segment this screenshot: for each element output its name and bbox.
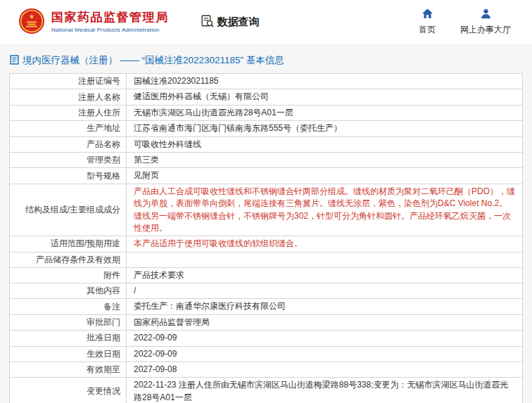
- row-value: 江苏省南通市海门区海门镇南海东路555号（委托生产）: [127, 121, 523, 136]
- row-label: 审批部门: [10, 314, 127, 330]
- row-label: 型号规格: [10, 168, 127, 184]
- table-row: 其他内容 /: [10, 283, 523, 299]
- row-label-text: 生产地址: [87, 123, 120, 133]
- row-label-text: 附件: [103, 270, 120, 280]
- registration-info-table: 注册证编号 国械注准20223021185 注册人名称 健适医用外科器械（无锡）…: [9, 73, 523, 403]
- data-query-label: 数据查询: [217, 15, 260, 29]
- row-value: 国械注准20223021185: [127, 74, 523, 89]
- table-row: 注册人住所 无锡市滨湖区马山街道霞光路28号A01一层: [10, 105, 523, 120]
- row-label-text: 备注: [103, 302, 120, 312]
- header-nav: 首页 网上办事大厅: [415, 8, 511, 36]
- row-value: 国家药品监督管理局: [127, 314, 523, 330]
- table-row: 管理类别 第三类: [10, 152, 523, 167]
- table-row: 产品名称 可吸收性外科缝线: [10, 136, 523, 152]
- org-title-cn: 国家药品监督管理局: [51, 11, 169, 25]
- row-label: 有效期至: [10, 362, 127, 378]
- table-row: 注册证编号 国械注准20223021185: [10, 74, 523, 89]
- row-label-text: 注册证编号: [78, 76, 120, 86]
- table-row: 备注 委托生产：南通华尔康医疗科技有限公司: [10, 299, 523, 314]
- row-value: /: [127, 283, 523, 299]
- row-label: 注册人名称: [10, 89, 127, 105]
- nav-item-service-hall[interactable]: 网上办事大厅: [460, 8, 511, 36]
- row-value: 2022-09-09: [127, 331, 523, 346]
- row-label: 结构及组成/主要组成成分: [10, 184, 127, 236]
- row-label-text: 型号规格: [87, 171, 120, 181]
- row-value: 委托生产：南通华尔康医疗科技有限公司: [127, 299, 523, 314]
- row-value: 产品技术要求: [127, 267, 523, 283]
- table-row: 结构及组成/主要组成成分 产品由人工合成可吸收性缝线和不锈钢缝合针两部分组成。缝…: [10, 184, 523, 236]
- table-row: 有效期至 2027-09-08: [10, 362, 523, 378]
- row-label: 附件: [10, 267, 127, 283]
- row-label: 其他内容: [10, 283, 127, 299]
- row-label-text: 注册人住所: [78, 108, 120, 117]
- row-label: 变更情况: [10, 378, 127, 403]
- header: 国家药品监督管理局 National Medical Products Admi…: [0, 0, 532, 45]
- table-row: 附件 产品技术要求: [10, 267, 523, 283]
- row-label: 注册证编号: [10, 74, 127, 89]
- national-emblem-icon: [18, 8, 45, 37]
- row-label-text: 变更情况: [87, 386, 120, 396]
- row-label: 生产地址: [10, 121, 127, 136]
- table-row: 型号规格 见附页: [10, 168, 523, 184]
- row-label-text: 产品储存条件及有效期: [36, 255, 120, 264]
- row-value: 可吸收性外科缝线: [127, 136, 523, 152]
- row-label-text: 其他内容: [87, 286, 120, 295]
- row-label-text: 审批部门: [87, 317, 120, 327]
- table-row: 注册人名称 健适医用外科器械（无锡）有限公司: [10, 89, 523, 105]
- row-label: 备注: [10, 299, 127, 314]
- document-search-icon: [201, 15, 214, 30]
- row-value: 无锡市滨湖区马山街道霞光路28号A01一层: [127, 105, 523, 120]
- row-label: 产品名称: [10, 136, 127, 152]
- table-row: 变更情况 2022-11-23 注册人住所由无锡市滨湖区马山街道梅梁路88号33…: [10, 378, 523, 403]
- row-label-text: 产品名称: [87, 139, 120, 149]
- row-value: 2022-09-09: [127, 346, 523, 362]
- user-icon: [481, 8, 491, 21]
- breadcrumb: 境内医疗器械（注册） —— “国械注准20223021185” 基本信息: [10, 54, 532, 67]
- table-row: 适用范围/预期用途 本产品适用于使用可吸收缝线的软组织缝合。: [10, 236, 523, 252]
- row-label-text: 注册人名称: [78, 92, 120, 102]
- row-value: 见附页: [127, 168, 523, 184]
- page-title: 境内医疗器械（注册） —— “国械注准20223021185” 基本信息: [23, 54, 284, 67]
- home-icon: [422, 8, 433, 21]
- table-row: 审批部门 国家药品监督管理局: [10, 314, 523, 330]
- nav-item-home[interactable]: 首页: [415, 8, 439, 36]
- row-value: [127, 252, 523, 267]
- table-row: 产品储存条件及有效期: [10, 252, 523, 267]
- row-label: 批准日期: [10, 331, 127, 346]
- nav-home-label: 首页: [419, 24, 436, 36]
- row-label: 适用范围/预期用途: [10, 236, 127, 252]
- nav-service-hall-label: 网上办事大厅: [460, 24, 511, 36]
- org-title-en: National Medical Products Administration: [51, 27, 169, 33]
- row-label-text: 适用范围/预期用途: [51, 238, 120, 248]
- nmpa-logo-brand[interactable]: 国家药品监督管理局 National Medical Products Admi…: [18, 8, 169, 37]
- row-label-text: 有效期至: [87, 364, 120, 374]
- row-label: 管理类别: [10, 152, 127, 167]
- row-label-text: 管理类别: [87, 155, 120, 165]
- row-label-text: 生效日期: [87, 349, 120, 359]
- table-row: 生产地址 江苏省南通市海门区海门镇南海东路555号（委托生产）: [10, 121, 523, 136]
- data-query-nav[interactable]: 数据查询: [201, 15, 260, 30]
- row-value: 产品由人工合成可吸收性缝线和不锈钢缝合针两部分组成。缝线的材质为聚对二氧环己酮（…: [127, 184, 523, 236]
- row-label-text: 批准日期: [87, 333, 120, 343]
- row-label: 产品储存条件及有效期: [10, 252, 127, 267]
- row-value: 本产品适用于使用可吸收缝线的软组织缝合。: [127, 236, 523, 252]
- form-icon: [10, 55, 19, 67]
- row-label: 注册人住所: [10, 105, 127, 120]
- row-label-text: 结构及组成/主要组成成分: [25, 205, 120, 215]
- row-value: 健适医用外科器械（无锡）有限公司: [127, 89, 523, 105]
- row-value: 2022-11-23 注册人住所由无锡市滨湖区马山街道梅梁路88号338;变更为…: [127, 378, 523, 403]
- row-value: 第三类: [127, 152, 523, 167]
- row-value: 2027-09-08: [127, 362, 523, 378]
- info-table-body: 注册证编号 国械注准20223021185 注册人名称 健适医用外科器械（无锡）…: [10, 74, 523, 403]
- table-row: 批准日期 2022-09-09: [10, 331, 523, 346]
- table-row: 生效日期 2022-09-09: [10, 346, 523, 362]
- row-label: 生效日期: [10, 346, 127, 362]
